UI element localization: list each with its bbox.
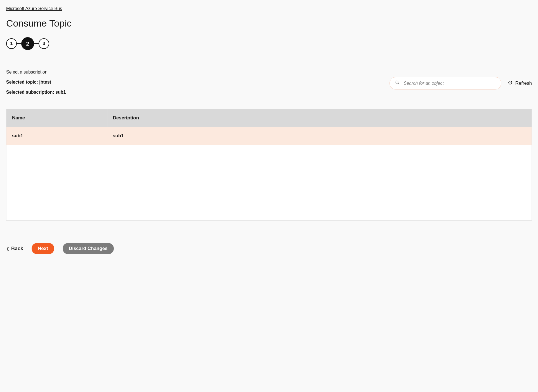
search-icon <box>395 80 404 86</box>
subscription-table-container: Name Description sub1 sub1 <box>6 109 532 221</box>
step-2[interactable]: 2 <box>21 37 34 50</box>
next-button[interactable]: Next <box>32 243 54 254</box>
search-input[interactable] <box>404 81 496 86</box>
refresh-button[interactable]: Refresh <box>508 80 532 87</box>
stepper: 1 2 3 <box>6 37 532 50</box>
discard-button[interactable]: Discard Changes <box>63 243 114 254</box>
search-container[interactable] <box>390 77 501 89</box>
refresh-icon <box>508 80 513 87</box>
table-header-name[interactable]: Name <box>6 109 107 127</box>
footer-actions: ❮ Back Next Discard Changes <box>6 243 532 254</box>
subscription-table: Name Description sub1 sub1 <box>6 109 532 145</box>
step-1[interactable]: 1 <box>6 38 17 49</box>
refresh-label: Refresh <box>515 81 532 86</box>
table-header-description[interactable]: Description <box>107 109 532 127</box>
chevron-left-icon: ❮ <box>6 246 10 251</box>
cell-description: sub1 <box>107 127 532 145</box>
step-connector <box>17 43 21 44</box>
back-label: Back <box>11 246 23 252</box>
table-row[interactable]: sub1 sub1 <box>6 127 532 145</box>
breadcrumb-link[interactable]: Microsoft Azure Service Bus <box>6 6 62 11</box>
step-3[interactable]: 3 <box>39 38 49 49</box>
back-button[interactable]: ❮ Back <box>6 246 23 252</box>
selected-subscription-label: Selected subscription: sub1 <box>6 90 390 95</box>
page-title: Consume Topic <box>6 18 532 29</box>
selected-topic-label: Selected topic: jbtest <box>6 80 390 85</box>
section-subtitle: Select a subscription <box>6 70 390 75</box>
step-connector <box>34 43 39 44</box>
cell-name: sub1 <box>6 127 107 145</box>
